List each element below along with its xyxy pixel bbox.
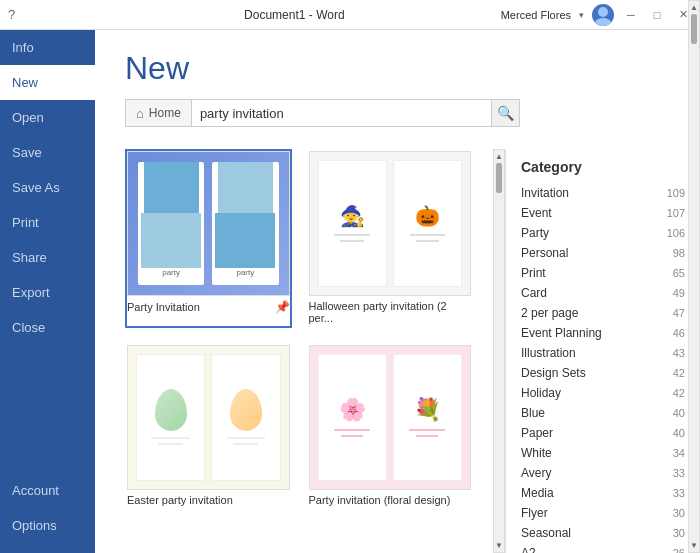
templates-area: party party Party Invitation xyxy=(95,149,700,553)
restore-button[interactable]: □ xyxy=(648,6,666,24)
sidebar-item-new[interactable]: New xyxy=(0,65,95,100)
category-name-7: Event Planning xyxy=(521,326,602,340)
page-header: New ⌂ Home 🔍 xyxy=(95,30,700,149)
category-item-17[interactable]: Seasonal 30 xyxy=(506,523,700,543)
category-name-6: 2 per page xyxy=(521,306,578,320)
template-thumb-floral: 🌸 💐 xyxy=(309,345,472,490)
category-count-18: 26 xyxy=(673,547,685,553)
pumpkin-icon: 🎃 xyxy=(415,204,440,228)
category-item-3[interactable]: Personal 98 xyxy=(506,243,700,263)
page-title: New xyxy=(125,50,670,87)
sidebar-item-close[interactable]: Close xyxy=(0,310,95,345)
home-button[interactable]: ⌂ Home xyxy=(125,99,192,127)
svg-point-0 xyxy=(598,7,608,17)
category-item-1[interactable]: Event 107 xyxy=(506,203,700,223)
sidebar-item-account[interactable]: Account xyxy=(0,473,95,508)
category-name-18: A2 xyxy=(521,546,536,553)
category-header: Category xyxy=(506,154,700,183)
user-dropdown-icon[interactable]: ▾ xyxy=(579,10,584,20)
category-count-8: 43 xyxy=(673,347,685,359)
sidebar-item-save-as[interactable]: Save As xyxy=(0,170,95,205)
category-count-11: 40 xyxy=(673,407,685,419)
category-name-14: Avery xyxy=(521,466,551,480)
category-count-6: 47 xyxy=(673,307,685,319)
category-item-5[interactable]: Card 49 xyxy=(506,283,700,303)
help-button[interactable]: ? xyxy=(8,7,15,22)
category-item-13[interactable]: White 34 xyxy=(506,443,700,463)
category-count-12: 40 xyxy=(673,427,685,439)
category-item-6[interactable]: 2 per page 47 xyxy=(506,303,700,323)
home-label: Home xyxy=(149,106,181,120)
title-bar: ? Document1 - Word Merced Flores ▾ ─ □ ✕ xyxy=(0,0,700,30)
content-area: New ⌂ Home 🔍 xyxy=(95,30,700,553)
category-name-15: Media xyxy=(521,486,554,500)
scroll-up-arrow[interactable]: ▲ xyxy=(495,152,503,161)
template-thumb-halloween: 🧙 🎃 xyxy=(309,151,472,296)
template-label-halloween: Halloween party invitation (2 per... xyxy=(309,296,472,326)
sidebar-item-options[interactable]: Options xyxy=(0,508,95,543)
search-icon: 🔍 xyxy=(497,105,514,121)
category-item-18[interactable]: A2 26 xyxy=(506,543,700,553)
category-name-5: Card xyxy=(521,286,547,300)
category-item-4[interactable]: Print 65 xyxy=(506,263,700,283)
svg-point-1 xyxy=(595,18,611,26)
category-name-9: Design Sets xyxy=(521,366,586,380)
category-item-11[interactable]: Blue 40 xyxy=(506,403,700,423)
scroll-thumb[interactable] xyxy=(496,163,502,193)
category-count-2: 106 xyxy=(667,227,685,239)
category-count-17: 30 xyxy=(673,527,685,539)
search-input[interactable] xyxy=(192,99,492,127)
pin-icon[interactable]: 📌 xyxy=(275,300,290,314)
category-item-16[interactable]: Flyer 30 xyxy=(506,503,700,523)
category-item-12[interactable]: Paper 40 xyxy=(506,423,700,443)
templates-scrollbar[interactable]: ▲ ▼ xyxy=(493,149,505,553)
category-count-5: 49 xyxy=(673,287,685,299)
category-item-8[interactable]: Illustration 43 xyxy=(506,343,700,363)
category-item-2[interactable]: Party 106 xyxy=(506,223,700,243)
category-item-7[interactable]: Event Planning 46 xyxy=(506,323,700,343)
template-card-easter[interactable]: Easter party invitation xyxy=(125,343,292,510)
app-body: Info New Open Save Save As Print Share E… xyxy=(0,30,700,553)
category-name-3: Personal xyxy=(521,246,568,260)
avatar xyxy=(592,4,614,26)
template-label-party: Party Invitation 📌 xyxy=(127,296,290,316)
category-count-13: 34 xyxy=(673,447,685,459)
sidebar-item-share[interactable]: Share xyxy=(0,240,95,275)
flower-icon-1: 🌸 xyxy=(339,397,366,423)
category-item-0[interactable]: Invitation 109 xyxy=(506,183,700,203)
category-name-16: Flyer xyxy=(521,506,548,520)
sidebar-item-open[interactable]: Open xyxy=(0,100,95,135)
category-item-9[interactable]: Design Sets 42 xyxy=(506,363,700,383)
template-label-easter: Easter party invitation xyxy=(127,490,290,508)
category-name-4: Print xyxy=(521,266,546,280)
sidebar-item-save[interactable]: Save xyxy=(0,135,95,170)
scroll-down-arrow[interactable]: ▼ xyxy=(495,541,503,550)
search-button[interactable]: 🔍 xyxy=(492,99,520,127)
cat-scroll-down[interactable]: ▼ xyxy=(690,541,698,550)
template-thumb-party: party party xyxy=(127,151,290,296)
template-card-halloween[interactable]: 🧙 🎃 xyxy=(307,149,474,328)
category-scrollbar[interactable]: ▲ ▼ xyxy=(688,149,700,553)
flower-icon-2: 💐 xyxy=(414,397,441,423)
category-count-9: 42 xyxy=(673,367,685,379)
sidebar: Info New Open Save Save As Print Share E… xyxy=(0,30,95,553)
category-name-12: Paper xyxy=(521,426,553,440)
sidebar-item-info[interactable]: Info xyxy=(0,30,95,65)
category-item-10[interactable]: Holiday 42 xyxy=(506,383,700,403)
template-card-party-invitation[interactable]: party party Party Invitation xyxy=(125,149,292,328)
category-item-14[interactable]: Avery 33 xyxy=(506,463,700,483)
category-count-3: 98 xyxy=(673,247,685,259)
category-count-10: 42 xyxy=(673,387,685,399)
category-name-10: Holiday xyxy=(521,386,561,400)
template-card-floral[interactable]: 🌸 💐 xyxy=(307,343,474,510)
witch-icon: 🧙 xyxy=(340,204,365,228)
sidebar-item-export[interactable]: Export xyxy=(0,275,95,310)
category-name-13: White xyxy=(521,446,552,460)
category-count-7: 46 xyxy=(673,327,685,339)
sidebar-item-print[interactable]: Print xyxy=(0,205,95,240)
templates-grid: party party Party Invitation xyxy=(95,149,493,553)
category-count-1: 107 xyxy=(667,207,685,219)
home-icon: ⌂ xyxy=(136,106,144,121)
minimize-button[interactable]: ─ xyxy=(622,6,640,24)
category-item-15[interactable]: Media 33 xyxy=(506,483,700,503)
